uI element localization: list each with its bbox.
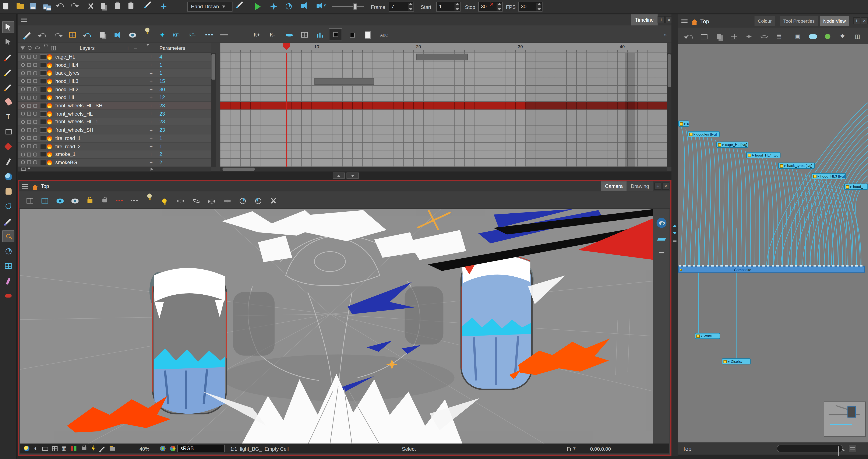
- layer-row[interactable]: hood_HL2+30: [18, 86, 211, 94]
- curve-ease-icon[interactable]: [36, 28, 50, 42]
- graph-node[interactable]: back_tyres [tvg]: [778, 163, 815, 169]
- new-scene-icon[interactable]: [3, 3, 8, 9]
- clear-playback-icon[interactable]: ✕: [489, 1, 494, 7]
- remove-keyframe-exposure-icon[interactable]: KF-: [186, 28, 199, 42]
- tab-timeline[interactable]: Timeline: [631, 14, 657, 26]
- sound-scrub-icon[interactable]: S: [316, 4, 326, 8]
- navigator-icon[interactable]: ◫: [851, 29, 864, 44]
- brush-tool-icon[interactable]: [2, 51, 14, 63]
- exposure-block[interactable]: [314, 78, 374, 85]
- stacked-disc-icon[interactable]: [220, 194, 234, 208]
- copy-icon[interactable]: [101, 3, 105, 9]
- colour-node-icon[interactable]: [821, 29, 834, 44]
- curve-linear-icon[interactable]: [51, 28, 64, 42]
- sound-icon[interactable]: [301, 4, 307, 8]
- add-layer-icon[interactable]: [21, 28, 34, 42]
- transform-tool-icon[interactable]: [2, 36, 14, 48]
- toolbar-overflow-icon[interactable]: »: [659, 28, 672, 42]
- eraser-tool-icon[interactable]: [2, 96, 14, 108]
- top-view-disc-icon[interactable]: [174, 194, 187, 208]
- thumbnail-column-icon[interactable]: [51, 46, 56, 50]
- ease-editor-icon[interactable]: [81, 28, 94, 42]
- side-view-disc-icon[interactable]: [189, 194, 203, 208]
- graph-node[interactable]: cage_HL [tvg]: [716, 142, 748, 148]
- keyframe-add-icon[interactable]: K+: [250, 28, 264, 42]
- add-param-icon[interactable]: +: [150, 62, 153, 68]
- graph-node[interactable]: hood_HL4 [tvg]: [746, 152, 780, 158]
- layer-row-selected[interactable]: front_wheels_HL_SH+23: [18, 102, 211, 110]
- colour-eyedropper-icon[interactable]: [2, 215, 14, 227]
- add-view-button[interactable]: +: [853, 17, 860, 24]
- pencil-tool-icon[interactable]: [2, 66, 14, 78]
- keyframe-remove-icon[interactable]: K-: [266, 28, 279, 42]
- rotate-ccw-icon[interactable]: [251, 194, 265, 208]
- motion-keyframe-icon[interactable]: [282, 28, 296, 42]
- ik-tool-icon[interactable]: [2, 200, 14, 212]
- add-peg-icon[interactable]: [66, 28, 79, 42]
- composite-node[interactable]: Composite: [678, 266, 865, 273]
- close-view-button[interactable]: ×: [662, 182, 669, 190]
- add-param-icon[interactable]: +: [150, 78, 153, 84]
- rotate-cw-icon[interactable]: [236, 194, 249, 208]
- graph-minimap[interactable]: [824, 401, 866, 437]
- layer-row[interactable]: front_wheels_SH+23: [18, 126, 211, 134]
- splitter-collapse-down-icon[interactable]: [673, 231, 677, 236]
- current-frame-black-icon[interactable]: [329, 28, 342, 40]
- add-layer-button[interactable]: +: [126, 45, 130, 51]
- enable-column-icon[interactable]: [28, 46, 32, 50]
- graph-node[interactable]: tvg]: [678, 120, 689, 127]
- onion-skin-after-icon[interactable]: [158, 194, 171, 208]
- solo-mode-icon[interactable]: [126, 28, 139, 42]
- layer-row[interactable]: hood_HL3+15: [18, 78, 211, 86]
- add-param-icon[interactable]: +: [150, 119, 153, 125]
- pencil-settings-icon[interactable]: [237, 3, 243, 5]
- sound-layer-icon[interactable]: [111, 28, 124, 42]
- camera-mask-icon[interactable]: [53, 194, 67, 208]
- playhead-line[interactable]: [286, 53, 287, 167]
- layer-row[interactable]: front_wheels_HL_1+23: [18, 118, 211, 126]
- film-sb-icon[interactable]: ▦: [60, 445, 68, 452]
- show-grid-icon[interactable]: [23, 194, 37, 208]
- grid-hscrollbar[interactable]: [220, 167, 667, 172]
- order-icon[interactable]: ▤: [772, 29, 785, 44]
- world-tool-icon[interactable]: [2, 170, 14, 182]
- glasses-column-icon[interactable]: [35, 47, 40, 49]
- function-view-icon[interactable]: [313, 28, 327, 42]
- home-icon[interactable]: [691, 18, 698, 28]
- draw-behind-icon[interactable]: [99, 445, 107, 452]
- data-view-icon[interactable]: [96, 28, 109, 42]
- layer-row[interactable]: hood_HL+12: [18, 94, 211, 102]
- dash-line-icon[interactable]: [218, 28, 231, 42]
- tab-tool-properties[interactable]: Tool Properties: [780, 16, 818, 26]
- lock-sb-icon[interactable]: [80, 443, 88, 451]
- remove-layer-button[interactable]: −: [134, 45, 137, 51]
- graph-node[interactable]: hood_: [844, 184, 868, 190]
- layers-scrollbar[interactable]: [211, 53, 216, 167]
- add-view-button[interactable]: +: [658, 16, 665, 23]
- deformer-tool-icon[interactable]: [2, 290, 14, 302]
- play-range-flags-icon[interactable]: [69, 445, 78, 452]
- white-cell-icon[interactable]: [361, 28, 374, 42]
- paste-icon[interactable]: [115, 3, 120, 9]
- group-nodes-icon[interactable]: [727, 29, 741, 44]
- render-preview-icon[interactable]: ▣: [791, 29, 804, 44]
- add-view-button[interactable]: +: [654, 182, 661, 190]
- colorspace-dropdown[interactable]: sRGB: [177, 445, 225, 452]
- splitter-handle-icon[interactable]: [673, 239, 677, 243]
- layers-stack-icon[interactable]: [657, 236, 666, 244]
- layer-row[interactable]: smokeBG+2: [18, 159, 211, 167]
- cloud-icon[interactable]: [806, 29, 819, 44]
- volume-slider-thumb[interactable]: [353, 3, 357, 10]
- lock-yellow-icon[interactable]: [83, 192, 96, 207]
- display-node[interactable]: Display: [722, 358, 751, 364]
- select-tool-icon[interactable]: [2, 21, 14, 33]
- keyframe-cyan-icon[interactable]: [156, 28, 169, 42]
- vertical-splitter[interactable]: [672, 14, 678, 456]
- node-graph[interactable]: tvg] goggles [tvg] cage_HL [tvg] hood_HL…: [678, 44, 868, 442]
- folder-sb-icon[interactable]: [108, 445, 116, 452]
- node-search-input[interactable]: [777, 445, 843, 452]
- show-hide-eye-icon[interactable]: [657, 218, 666, 228]
- add-param-icon[interactable]: +: [150, 127, 153, 133]
- layer-row[interactable]: tire_road_1_+1: [18, 134, 211, 143]
- fps-stepper[interactable]: [536, 3, 541, 10]
